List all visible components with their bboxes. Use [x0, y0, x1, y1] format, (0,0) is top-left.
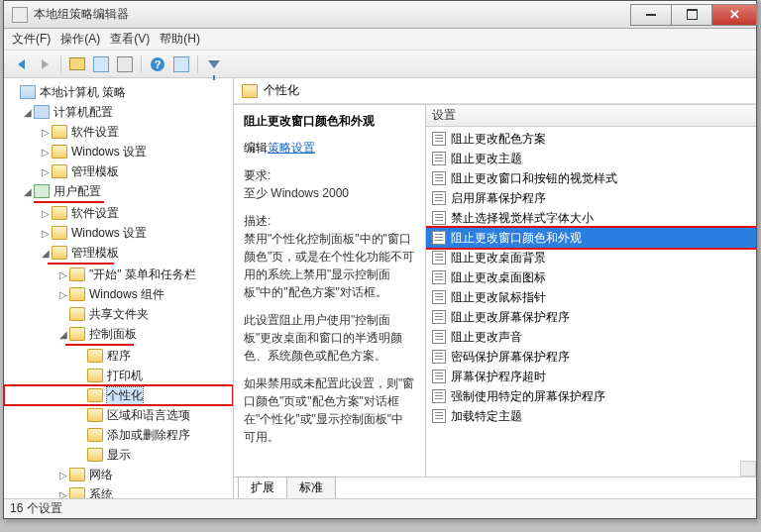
tree-label: 打印机: [107, 368, 143, 384]
tree-label: 显示: [107, 447, 131, 464]
policy-icon: [432, 370, 446, 383]
requirement-block: 要求:至少 Windows 2000: [244, 166, 415, 202]
tree-item[interactable]: ▷"开始" 菜单和任务栏: [4, 265, 233, 284]
menu-action[interactable]: 操作(A): [60, 31, 100, 48]
show-hide-tree-button[interactable]: [90, 53, 112, 75]
tree-item[interactable]: ▷软件设置: [4, 203, 233, 223]
tree-item[interactable]: ▷网络: [4, 465, 233, 484]
tree-control-panel[interactable]: ◢控制面板: [4, 324, 233, 344]
policy-icon: [432, 389, 446, 403]
list-item-label: 阻止更改主题: [451, 151, 522, 167]
list-item[interactable]: 阻止更改桌面图标: [426, 267, 756, 287]
tree-item[interactable]: ▷管理模板: [4, 161, 233, 181]
tree-label: Windows 设置: [71, 225, 147, 242]
tree-item[interactable]: 程序: [4, 346, 233, 366]
tabs: 扩展 标准: [234, 477, 756, 498]
policy-icon: [432, 330, 446, 344]
tree-computer-config[interactable]: ◢计算机配置: [4, 102, 233, 122]
edit-policy-link[interactable]: 策略设置: [268, 141, 315, 155]
tree-item[interactable]: ▷软件设置: [4, 122, 233, 142]
tree-item[interactable]: ▷系统: [4, 484, 233, 498]
app-icon: [12, 7, 28, 23]
tree-label: 系统: [89, 486, 113, 499]
list-item-label: 阻止更改配色方案: [451, 131, 546, 148]
tree-item[interactable]: 添加或删除程序: [4, 425, 233, 445]
list-item[interactable]: 屏幕保护程序超时: [426, 367, 756, 386]
policy-icon: [432, 191, 446, 205]
list-item[interactable]: 阻止更改鼠标指针: [426, 287, 756, 307]
properties-button[interactable]: [114, 53, 136, 75]
tree-label: 区域和语言选项: [107, 407, 190, 424]
tree-admin-templates[interactable]: ◢管理模板: [4, 243, 233, 263]
policy-title: 阻止更改窗口颜色和外观: [244, 113, 415, 130]
list-item[interactable]: 阻止更改屏幕保护程序: [426, 307, 756, 327]
tab-standard[interactable]: 标准: [286, 477, 336, 498]
up-button[interactable]: [66, 53, 88, 75]
list-item-label: 强制使用特定的屏幕保护程序: [451, 388, 605, 405]
tree-label: 添加或删除程序: [107, 427, 190, 444]
list-item[interactable]: 禁止选择视觉样式字体大小: [426, 208, 756, 228]
tree-label: 管理模板: [71, 245, 119, 262]
tree-label: "开始" 菜单和任务栏: [89, 266, 196, 283]
tree-item[interactable]: 打印机: [4, 366, 233, 385]
window-title: 本地组策略编辑器: [34, 6, 630, 23]
description-block: 描述:禁用"个性化控制面板"中的"窗口颜色"页，或是在个性化功能不可用的系统上禁…: [244, 212, 415, 301]
edit-line: 编辑策略设置: [244, 140, 415, 157]
list-item-label: 阻止更改窗口颜色和外观: [451, 230, 582, 247]
list-item[interactable]: 密码保护屏幕保护程序: [426, 347, 756, 367]
edit-prefix: 编辑: [244, 141, 268, 155]
menu-help[interactable]: 帮助(H): [160, 31, 200, 48]
req-label: 要求:: [244, 168, 271, 182]
tree-user-config[interactable]: ◢用户配置: [4, 181, 233, 201]
tree-item[interactable]: ▷Windows 组件: [4, 284, 233, 304]
scroll-corner: [740, 461, 756, 477]
list-item[interactable]: 阻止更改窗口和按钮的视觉样式: [426, 168, 756, 188]
tree-label: Windows 设置: [71, 144, 147, 160]
back-button[interactable]: [10, 53, 32, 75]
list-item-label: 加载特定主题: [451, 408, 522, 425]
separator: [60, 55, 61, 73]
close-button[interactable]: [711, 4, 757, 26]
tree-item[interactable]: ▷Windows 设置: [4, 223, 233, 243]
forward-button[interactable]: [34, 53, 55, 75]
toolbar: ?: [4, 51, 756, 78]
list-item[interactable]: 启用屏幕保护程序: [426, 188, 756, 208]
tree-pane[interactable]: 本地计算机 策略 ◢计算机配置 ▷软件设置 ▷Windows 设置 ▷管理模板 …: [4, 78, 234, 498]
tree-item[interactable]: 区域和语言选项: [4, 405, 233, 425]
separator: [197, 55, 198, 73]
list-item-label: 禁止选择视觉样式字体大小: [451, 210, 594, 227]
right-heading: 个性化: [234, 78, 756, 104]
list-item[interactable]: 阻止更改桌面背景: [426, 248, 756, 267]
req-value: 至少 Windows 2000: [244, 186, 349, 200]
maximize-button[interactable]: [671, 4, 712, 26]
tree-root[interactable]: 本地计算机 策略: [4, 82, 233, 102]
settings-list[interactable]: 阻止更改配色方案阻止更改主题阻止更改窗口和按钮的视觉样式启用屏幕保护程序禁止选择…: [426, 127, 756, 477]
tree-item[interactable]: 显示: [4, 445, 233, 465]
title-bar[interactable]: 本地组策略编辑器: [4, 1, 756, 29]
detail-pane: 阻止更改窗口颜色和外观 编辑策略设置 要求:至少 Windows 2000 描述…: [234, 105, 426, 477]
policy-icon: [432, 211, 446, 225]
list-item[interactable]: 阻止更改配色方案: [426, 129, 756, 149]
tree-item[interactable]: 共享文件夹: [4, 304, 233, 324]
tree-label: 管理模板: [71, 163, 119, 180]
list-item[interactable]: 阻止更改主题: [426, 149, 756, 168]
menu-view[interactable]: 查看(V): [110, 31, 150, 48]
tree-personalization[interactable]: 个性化: [4, 385, 233, 405]
minimize-button[interactable]: [630, 4, 672, 26]
status-bar: 16 个设置: [4, 498, 756, 518]
heading-text: 个性化: [264, 82, 299, 99]
policy-icon: [432, 270, 446, 284]
help-button[interactable]: ?: [147, 53, 168, 75]
list-item-label: 阻止更改声音: [451, 329, 522, 346]
tree-label: Windows 组件: [89, 286, 164, 303]
column-header[interactable]: 设置: [426, 105, 756, 127]
list-item[interactable]: 强制使用特定的屏幕保护程序: [426, 386, 756, 406]
export-button[interactable]: [170, 53, 192, 75]
list-item[interactable]: 加载特定主题: [426, 406, 756, 426]
tab-extended[interactable]: 扩展: [238, 477, 287, 498]
list-item[interactable]: 阻止更改声音: [426, 327, 756, 347]
list-item[interactable]: 阻止更改窗口颜色和外观: [426, 228, 756, 248]
filter-button[interactable]: [203, 53, 225, 75]
tree-item[interactable]: ▷Windows 设置: [4, 142, 233, 161]
menu-file[interactable]: 文件(F): [12, 31, 51, 48]
